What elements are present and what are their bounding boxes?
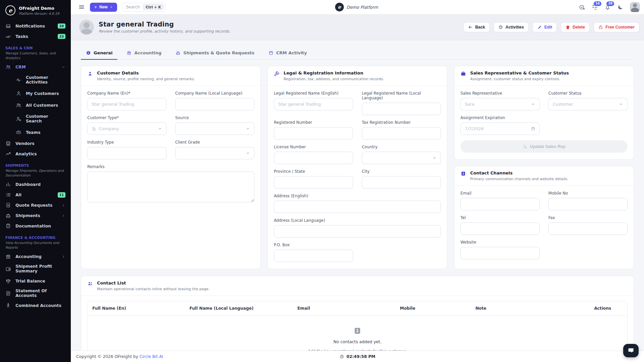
ship-icon	[176, 50, 181, 55]
city-input[interactable]	[362, 176, 441, 189]
search-input[interactable]: Search Ctrl + K	[122, 3, 165, 12]
source-select[interactable]	[175, 122, 254, 135]
sidebar-item-customer-search[interactable]: Customer Search	[0, 111, 71, 126]
tasks-count-badge: 23	[58, 34, 65, 39]
sidebar-item-teams[interactable]: Teams	[0, 126, 71, 138]
chevron-right-icon	[61, 214, 65, 218]
contacts-table: Full Name (En) Full Name (Local Language…	[87, 301, 628, 351]
industry-type-input[interactable]	[87, 147, 166, 159]
assignment-expiration-date-input[interactable]: 7/7/2026	[460, 122, 540, 135]
legal-name-local-input[interactable]	[362, 103, 441, 115]
footer-clock: 02:49:58 PM	[340, 354, 376, 359]
sidebar-item-shipments[interactable]: Shipments	[0, 210, 71, 221]
update-sales-rep-button[interactable]: Update Sales Rep	[460, 140, 628, 153]
card-title: Contact List	[97, 280, 209, 286]
sidebar-item-analytics[interactable]: Analytics	[0, 149, 71, 159]
chat-widget-button[interactable]	[623, 344, 639, 357]
app-name: OFreight Demo	[19, 6, 59, 11]
sidebar-item-all-customers[interactable]: All Customers	[0, 99, 71, 111]
trash-icon	[565, 25, 570, 30]
delete-button[interactable]: Delete	[561, 22, 590, 32]
customer-type-select[interactable]: Company	[87, 122, 166, 135]
license-number-input[interactable]	[274, 152, 353, 164]
double-check-icon	[5, 34, 11, 39]
card-subtitle: Maintain operational contacts inline wit…	[97, 287, 209, 291]
empty-state-title: No contacts added yet.	[88, 340, 627, 344]
tab-general[interactable]: General	[81, 47, 117, 59]
chevron-right-icon	[61, 203, 65, 207]
moon-icon	[617, 4, 624, 10]
company-name-local-input[interactable]	[175, 98, 254, 110]
country-select[interactable]	[362, 152, 441, 164]
document-icon	[5, 291, 11, 296]
legal-name-en-input[interactable]	[274, 98, 353, 110]
tax-registration-number-input[interactable]	[362, 127, 441, 140]
card-title: Contact Channels	[470, 170, 568, 175]
sales-rep-card: Sales Representative & Customer Status A…	[454, 66, 634, 160]
circle-bit-ai-link[interactable]: Circle Bit AI	[140, 354, 163, 359]
free-customer-button[interactable]: Free Customer	[594, 22, 639, 32]
chevron-down-icon	[432, 156, 437, 160]
tab-accounting[interactable]: Accounting	[121, 47, 166, 59]
edit-button[interactable]: Edit	[533, 22, 557, 32]
mobile-input[interactable]	[548, 198, 628, 210]
new-button[interactable]: New	[90, 3, 117, 12]
chevron-down-icon	[61, 65, 65, 69]
sidebar-item-accounting[interactable]: Accounting	[0, 251, 71, 262]
sidebar-item-statement-of-accounts[interactable]: Statement Of Accounts	[0, 286, 71, 300]
hamburger-menu-icon[interactable]	[78, 4, 85, 10]
address-local-input[interactable]	[274, 225, 441, 238]
sidebar-item-tasks[interactable]: Tasks 23	[0, 31, 71, 42]
email-input[interactable]	[460, 198, 540, 210]
customer-status-select[interactable]: Customer	[548, 98, 628, 110]
contacts-table-header-row: Full Name (En) Full Name (Local Language…	[88, 301, 627, 316]
chat-bubble-icon	[628, 347, 634, 354]
sidebar-item-notifications[interactable]: Notifications 28	[0, 21, 71, 31]
fax-input[interactable]	[548, 222, 628, 235]
section-title-finance: FINANCE & ACCOUNTING	[0, 231, 71, 241]
column-note: Note	[471, 301, 590, 316]
back-button[interactable]: Back	[463, 22, 490, 32]
company-name-en-input[interactable]	[87, 98, 166, 110]
task-list-button[interactable]: 14	[592, 4, 598, 10]
chevron-down-icon	[531, 102, 535, 106]
province-state-input[interactable]	[274, 176, 353, 189]
tab-crm-activity[interactable]: CRM Activity	[263, 47, 312, 59]
page-subtitle: Review the customer profile, activity hi…	[99, 29, 230, 34]
sidebar-item-documentation[interactable]: Documentation	[0, 221, 71, 231]
po-box-input[interactable]	[274, 250, 353, 262]
sales-representative-select[interactable]: Sara	[460, 98, 540, 110]
sidebar-item-all-shipments[interactable]: All 11	[0, 190, 71, 200]
dark-mode-toggle[interactable]	[617, 4, 624, 10]
column-actions: Actions	[589, 301, 627, 316]
sidebar-item-dashboard[interactable]: Dashboard	[0, 179, 71, 190]
users-icon	[5, 64, 11, 70]
card-title: Customer Details	[97, 70, 195, 75]
circle-check-plus-icon	[579, 4, 585, 10]
activities-button[interactable]: Activities	[494, 22, 529, 32]
sidebar-item-my-customers[interactable]: My Customers	[0, 88, 71, 99]
sidebar-item-crm[interactable]: CRM	[0, 62, 71, 72]
user-avatar[interactable]	[630, 2, 640, 12]
notifications-button[interactable]: 28	[604, 4, 611, 10]
sidebar-item-customer-activities[interactable]: Customer Activities	[0, 72, 71, 88]
tel-input[interactable]	[460, 222, 540, 235]
chevron-down-icon	[619, 102, 623, 106]
lock-open-icon	[598, 25, 603, 30]
sidebar-item-quote-requests[interactable]: Quote Requests	[0, 200, 71, 210]
sidebar-item-shipment-profit-summary[interactable]: Shipment Profit Summary	[0, 262, 71, 276]
user-search-icon	[16, 116, 21, 122]
sidebar-item-vendors[interactable]: Vendors	[0, 138, 71, 149]
chevron-down-icon	[246, 126, 250, 131]
website-input[interactable]	[460, 247, 540, 259]
sidebar-item-trial-balance[interactable]: Trial Balance	[0, 276, 71, 286]
gavel-icon	[274, 70, 280, 76]
sidebar-item-combined-accounts[interactable]: Combined Accounts	[0, 300, 71, 311]
contact-channels-card: Contact Channels Primary communication c…	[454, 166, 634, 269]
client-grade-select[interactable]	[175, 147, 254, 159]
remarks-textarea[interactable]	[87, 171, 254, 202]
registered-number-input[interactable]	[274, 127, 353, 140]
task-add-button[interactable]	[579, 4, 585, 10]
tab-shipments-quote-requests[interactable]: Shipments & Quote Requests	[170, 47, 259, 59]
address-en-input[interactable]	[274, 201, 441, 213]
